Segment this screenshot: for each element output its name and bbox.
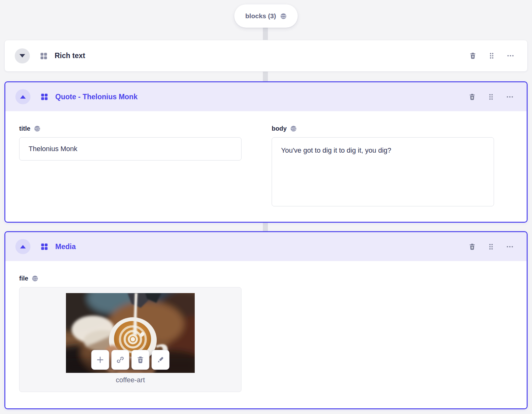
globe-icon — [280, 13, 287, 19]
block-list: Rich text Quote - Thelonius Monk — [4, 40, 528, 409]
expand-block-button[interactable] — [15, 48, 30, 63]
field-body: body You've got to dig it to dig it, you… — [272, 125, 494, 208]
trash-icon — [468, 243, 476, 251]
trash-icon — [136, 356, 145, 364]
block-title: Rich text — [55, 52, 85, 60]
drag-dots-icon — [487, 93, 495, 101]
block-menu-button[interactable] — [504, 241, 515, 252]
drag-handle[interactable] — [486, 50, 497, 62]
delete-block-button[interactable] — [466, 241, 478, 252]
block-menu-button[interactable] — [504, 91, 515, 102]
field-label-row: body — [272, 125, 494, 132]
block-actions — [467, 50, 527, 62]
add-media-button[interactable] — [91, 350, 109, 370]
block-fields: file — [5, 261, 527, 408]
field-label: file — [19, 275, 28, 282]
edit-icon — [156, 356, 165, 364]
ellipsis-icon — [506, 93, 514, 101]
block-title: Media — [55, 242, 76, 251]
drag-dots-icon — [487, 243, 495, 251]
collapse-block-button[interactable] — [15, 89, 30, 104]
block-type-icon — [40, 52, 48, 60]
block-actions — [466, 241, 527, 252]
block-fields: title body You've got to dig it to dig i… — [5, 111, 527, 222]
block-rich-text: Rich text — [4, 40, 528, 72]
drag-handle[interactable] — [485, 241, 497, 252]
link-icon — [116, 356, 125, 364]
media-action-toolbar — [91, 350, 170, 370]
chevron-up-icon — [20, 95, 26, 99]
block-header: Media — [5, 232, 527, 261]
block-type-icon — [40, 242, 48, 251]
ellipsis-icon — [507, 52, 514, 60]
globe-icon — [34, 125, 41, 132]
copy-link-button[interactable] — [111, 350, 129, 370]
block-title: Quote - Thelonius Monk — [55, 93, 138, 101]
ellipsis-icon — [506, 243, 514, 251]
trash-icon — [469, 52, 477, 60]
block-media: Media file — [4, 231, 528, 409]
media-filename: coffee-art — [116, 376, 145, 384]
field-label: body — [272, 125, 287, 132]
globe-icon — [290, 125, 297, 132]
blocks-count-pill: blocks (3) — [234, 4, 298, 28]
drag-handle[interactable] — [485, 91, 497, 102]
field-label-row: title — [19, 125, 242, 132]
drag-dots-icon — [488, 52, 496, 60]
media-preview-image[interactable] — [66, 293, 195, 373]
field-title: title — [19, 125, 242, 208]
block-header: Quote - Thelonius Monk — [5, 82, 527, 111]
chevron-down-icon — [19, 54, 25, 57]
title-input[interactable] — [19, 137, 242, 161]
block-menu-button[interactable] — [505, 50, 516, 62]
blocks-pill-label: blocks (3) — [245, 12, 276, 20]
block-quote: Quote - Thelonius Monk title — [4, 81, 528, 223]
edit-media-button[interactable] — [152, 350, 170, 370]
collapse-block-button[interactable] — [15, 239, 30, 254]
delete-block-button[interactable] — [467, 50, 478, 62]
file-dropzone: coffee-art — [19, 287, 242, 392]
body-textarea[interactable]: You've got to dig it to dig it, you dig? — [272, 137, 494, 206]
chevron-up-icon — [20, 245, 26, 248]
field-label: title — [19, 125, 30, 132]
trash-icon — [468, 93, 476, 101]
field-label-row: file — [19, 275, 513, 282]
block-type-icon — [40, 93, 48, 101]
plus-icon — [96, 356, 105, 364]
remove-media-button[interactable] — [132, 350, 149, 370]
delete-block-button[interactable] — [466, 91, 478, 102]
globe-icon — [32, 275, 38, 282]
block-actions — [466, 91, 527, 102]
